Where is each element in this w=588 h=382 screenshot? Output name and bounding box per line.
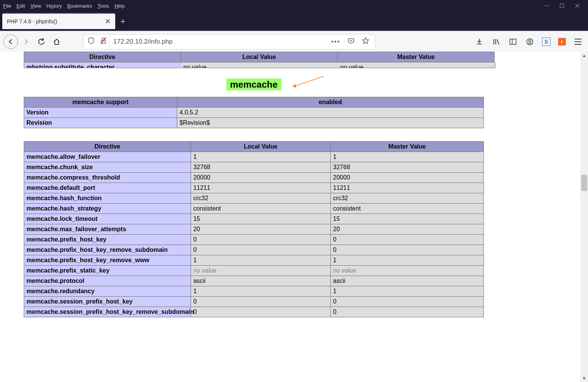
menu-help[interactable]: Help [114, 3, 125, 9]
page-content: Directive Local Value Master Value mbstr… [0, 52, 588, 382]
support-header-val: enabled [177, 97, 483, 108]
cell-local: 1 [191, 255, 330, 266]
cell-master: 1 [331, 152, 484, 162]
cell-local: crc32 [191, 193, 330, 204]
library-icon[interactable] [492, 37, 501, 46]
window-minimize-icon[interactable] [544, 3, 549, 8]
menu-edit[interactable]: Edit [16, 3, 25, 9]
scroll-up-icon[interactable]: ▲ [580, 52, 588, 59]
menu-tools[interactable]: Tools [98, 3, 109, 9]
sidebar-icon[interactable] [508, 37, 518, 46]
cell-master: 1 [331, 255, 484, 266]
table-header-row: Directive Local Value Master Value [24, 52, 495, 62]
cell-local: no value [191, 266, 330, 276]
support-header-key: memcache support [24, 97, 177, 108]
cell-master: ascii [331, 276, 484, 286]
cell-master: 0 [331, 307, 484, 317]
insecure-lock-icon[interactable] [100, 37, 107, 46]
cell-directive: memcache.prefix_host_key_remove_www [24, 255, 191, 266]
back-button[interactable] [3, 34, 18, 49]
tab-strip: PHP 7.4.6 - phpinfo() ✕ ＋ [0, 11, 588, 31]
clipped-directive: mbstring.substitute_character [24, 62, 181, 68]
cell-master: 32768 [331, 162, 484, 173]
menubar: File Edit View History Bookmarks Tools H… [0, 0, 588, 11]
cell-val: $Revision$ [177, 118, 483, 128]
menu-bookmarks[interactable]: Bookmarks [67, 3, 92, 9]
url-bar[interactable]: 172.20.10.2/info.php ••• [83, 34, 375, 49]
menu-view[interactable]: View [30, 3, 41, 9]
cell-key: Revision [24, 118, 177, 128]
table-row: Revision$Revision$ [24, 118, 484, 128]
cell-directive: memcache.prefix_host_key_remove_subdomai… [24, 245, 191, 255]
svg-point-12 [529, 40, 531, 42]
cell-directive: memcache.hash_function [24, 193, 191, 204]
table-row: memcache.prefix_static_keyno valueno val… [24, 266, 484, 276]
table-row: memcache.protocolasciiascii [24, 276, 484, 286]
section-title-highlight: memcache [226, 78, 281, 90]
cell-directive: memcache.session_prefix_host_key [24, 297, 191, 307]
navbar: 172.20.10.2/info.php ••• S r [0, 31, 588, 52]
clipped-local: no value [181, 62, 338, 68]
svg-rect-9 [510, 39, 516, 44]
forward-button[interactable] [18, 34, 34, 49]
table-row: memcache.lock_timeout1515 [24, 214, 484, 224]
bookmark-star-icon[interactable] [362, 37, 369, 46]
cell-master: no value [331, 266, 484, 276]
account-icon[interactable] [525, 37, 534, 46]
new-tab-button[interactable]: ＋ [115, 13, 131, 29]
extension-r-icon[interactable]: r [558, 38, 566, 46]
cell-local: 0 [191, 245, 330, 255]
vertical-scrollbar[interactable]: ▲ ▼ [580, 52, 588, 382]
cell-directive: memcache.default_port [24, 183, 191, 193]
browser-tab[interactable]: PHP 7.4.6 - phpinfo() ✕ [2, 13, 115, 29]
cell-directive: memcache.prefix_host_key [24, 235, 191, 245]
window-maximize-icon[interactable] [560, 3, 564, 8]
reload-button[interactable] [34, 34, 49, 49]
clipped-master: no value [338, 62, 495, 68]
table-header-row: memcache support enabled [24, 97, 484, 108]
scroll-down-icon[interactable]: ▼ [580, 374, 588, 382]
app-menu-button[interactable] [573, 37, 583, 46]
extension-s-icon[interactable]: S [542, 38, 550, 46]
cell-directive: memcache.lock_timeout [24, 214, 191, 224]
url-text: 172.20.10.2/info.php [109, 38, 173, 46]
svg-line-8 [497, 39, 499, 44]
page-actions-icon[interactable]: ••• [331, 38, 340, 46]
home-button[interactable] [49, 34, 64, 49]
col-local: Local Value [191, 142, 330, 152]
scrollbar-thumb[interactable] [581, 175, 587, 191]
cell-directive: memcache.redundancy [24, 286, 191, 297]
cell-master: 0 [331, 297, 484, 307]
table-row: memcache.prefix_host_key_remove_www11 [24, 255, 484, 266]
tab-close-icon[interactable]: ✕ [105, 17, 111, 26]
menu-history[interactable]: History [46, 3, 62, 9]
directives-table: Directive Local Value Master Value memca… [24, 141, 484, 317]
table-row: memcache.chunk_size3276832768 [24, 162, 484, 173]
table-row: memcache.compress_threshold2000020000 [24, 173, 484, 183]
col-local: Local Value [181, 52, 338, 62]
cell-local: 0 [191, 297, 330, 307]
tracking-shield-icon[interactable] [88, 37, 95, 46]
cell-master: 0 [331, 245, 484, 255]
menu-file[interactable]: File [3, 3, 11, 9]
cell-master: consistent [331, 204, 484, 214]
cell-directive: memcache.hash_strategy [24, 204, 191, 214]
cell-local: 11211 [191, 183, 330, 193]
cell-val: 4.0.5.2 [177, 108, 483, 118]
cell-master: 20000 [331, 173, 484, 183]
window-close-icon[interactable] [575, 3, 580, 8]
table-row: memcache.hash_strategyconsistentconsiste… [24, 204, 484, 214]
table-row: memcache.allow_failover11 [24, 152, 484, 162]
table-row: Version4.0.5.2 [24, 108, 484, 118]
cell-local: 1 [191, 152, 330, 162]
cell-master: crc32 [331, 193, 484, 204]
downloads-icon[interactable] [475, 37, 484, 46]
svg-rect-1 [560, 4, 564, 8]
cell-local: 0 [191, 235, 330, 245]
cell-master: 11211 [331, 183, 484, 193]
cell-local: consistent [191, 204, 330, 214]
cell-local: ascii [191, 276, 330, 286]
cell-local: 32768 [191, 162, 330, 173]
table-row: memcache.prefix_host_key00 [24, 235, 484, 245]
pocket-icon[interactable] [347, 37, 355, 46]
